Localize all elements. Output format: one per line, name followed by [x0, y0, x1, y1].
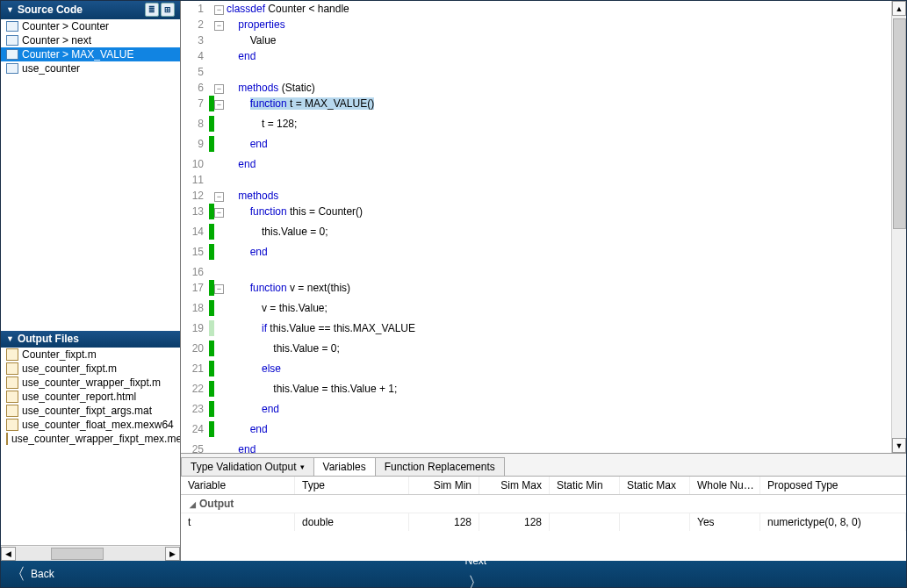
- fold-gutter[interactable]: [214, 300, 227, 320]
- output-item-label: use_counter_wrapper_fixpt.m: [22, 376, 161, 389]
- col-proposed-type[interactable]: Proposed Type: [760, 477, 906, 494]
- code-line[interactable]: 5: [181, 64, 891, 80]
- scroll-track[interactable]: [16, 547, 165, 561]
- output-item[interactable]: use_counter_wrapper_fixpt_mex.mexw64: [1, 432, 180, 446]
- code-line[interactable]: 19 if this.Value == this.MAX_VALUE: [181, 320, 891, 341]
- output-item[interactable]: use_counter_report.html: [1, 390, 180, 404]
- output-files-header[interactable]: ▼ Output Files: [1, 331, 180, 348]
- col-static-min[interactable]: Static Min: [550, 477, 620, 494]
- code-line[interactable]: 20 this.Value = 0;: [181, 341, 891, 361]
- view-tree-icon[interactable]: ⊞: [161, 3, 175, 17]
- col-static-max[interactable]: Static Max: [620, 477, 690, 494]
- tab-variables[interactable]: Variables: [313, 457, 376, 476]
- fold-minus-icon[interactable]: −: [214, 192, 224, 202]
- fold-minus-icon[interactable]: −: [214, 5, 224, 15]
- code-line[interactable]: 12− methods: [181, 188, 891, 204]
- view-list-icon[interactable]: ≣: [145, 3, 159, 17]
- code-editor[interactable]: 1−classdef Counter < handle2− properties…: [181, 1, 906, 453]
- fold-gutter[interactable]: [214, 172, 227, 188]
- col-sim-max[interactable]: Sim Max: [479, 477, 550, 494]
- fold-gutter[interactable]: [214, 381, 227, 401]
- fold-gutter[interactable]: [214, 32, 227, 48]
- fold-gutter[interactable]: −: [214, 204, 227, 224]
- source-item[interactable]: Counter > Counter: [1, 19, 180, 33]
- fold-gutter[interactable]: [214, 116, 227, 136]
- col-type[interactable]: Type: [295, 477, 409, 494]
- fold-gutter[interactable]: [214, 401, 227, 421]
- code-line[interactable]: 17− function v = next(this): [181, 280, 891, 300]
- code-line[interactable]: 4 end: [181, 48, 891, 64]
- code-line[interactable]: 6− methods (Static): [181, 80, 891, 96]
- dropdown-icon[interactable]: ▾: [300, 463, 305, 471]
- scroll-up-icon[interactable]: ▲: [892, 1, 906, 16]
- fold-gutter[interactable]: [214, 136, 227, 156]
- code-line[interactable]: 7− function t = MAX_VALUE(): [181, 96, 891, 116]
- col-variable[interactable]: Variable: [181, 477, 295, 494]
- source-item[interactable]: use_counter: [1, 61, 180, 75]
- editor-vscrollbar[interactable]: ▲ ▼: [891, 1, 906, 453]
- output-item[interactable]: use_counter_fixpt.m: [1, 362, 180, 376]
- output-item[interactable]: Counter_fixpt.m: [1, 348, 180, 362]
- fold-gutter[interactable]: −: [214, 280, 227, 300]
- code-line[interactable]: 25 end: [181, 441, 891, 453]
- back-button[interactable]: 〈 Back: [10, 563, 54, 584]
- code-line[interactable]: 3 Value: [181, 32, 891, 48]
- tab-type-validation[interactable]: Type Validation Output ▾: [181, 457, 314, 476]
- line-number: 16: [181, 264, 209, 280]
- source-item[interactable]: Counter > next: [1, 33, 180, 47]
- group-output[interactable]: ◢Output: [181, 495, 906, 513]
- next-button[interactable]: Next 〉: [54, 555, 897, 588]
- code-line[interactable]: 8 t = 128;: [181, 116, 891, 136]
- tab-function-replacements[interactable]: Function Replacements: [375, 457, 505, 476]
- table-row[interactable]: tdouble128128Yesnumerictype(0, 8, 0): [181, 513, 906, 531]
- fold-gutter[interactable]: −: [214, 96, 227, 116]
- fold-gutter[interactable]: [214, 320, 227, 341]
- code-line[interactable]: 9 end: [181, 136, 891, 156]
- fold-minus-icon[interactable]: −: [214, 208, 224, 218]
- fold-minus-icon[interactable]: −: [214, 100, 224, 110]
- code-line[interactable]: 22 this.Value = this.Value + 1;: [181, 381, 891, 401]
- fold-gutter[interactable]: [214, 421, 227, 441]
- fold-gutter[interactable]: −: [214, 1, 227, 17]
- fold-minus-icon[interactable]: −: [214, 21, 224, 31]
- fold-minus-icon[interactable]: −: [214, 84, 224, 94]
- code-line[interactable]: 16: [181, 264, 891, 280]
- right-pane: 1−classdef Counter < handle2− properties…: [181, 1, 906, 561]
- fold-gutter[interactable]: [214, 244, 227, 264]
- fold-gutter[interactable]: [214, 48, 227, 64]
- scroll-left-icon[interactable]: ◀: [1, 547, 16, 561]
- code-line[interactable]: 23 end: [181, 401, 891, 421]
- code-line[interactable]: 14 this.Value = 0;: [181, 224, 891, 244]
- fold-gutter[interactable]: [214, 156, 227, 172]
- output-item[interactable]: use_counter_wrapper_fixpt.m: [1, 376, 180, 390]
- scroll-thumb[interactable]: [893, 18, 906, 229]
- fold-gutter[interactable]: [214, 64, 227, 80]
- scroll-down-icon[interactable]: ▼: [892, 438, 906, 453]
- col-sim-min[interactable]: Sim Min: [409, 477, 479, 494]
- code-line[interactable]: 24 end: [181, 421, 891, 441]
- scroll-thumb[interactable]: [51, 548, 104, 560]
- code-line[interactable]: 11: [181, 172, 891, 188]
- code-line[interactable]: 13− function this = Counter(): [181, 204, 891, 224]
- code-line[interactable]: 15 end: [181, 244, 891, 264]
- code-line[interactable]: 18 v = this.Value;: [181, 300, 891, 320]
- code-line[interactable]: 21 else: [181, 361, 891, 381]
- col-whole-number[interactable]: Whole Nu…: [690, 477, 760, 494]
- code-line[interactable]: 2− properties: [181, 17, 891, 32]
- fold-gutter[interactable]: [214, 441, 227, 453]
- fold-gutter[interactable]: −: [214, 80, 227, 96]
- fold-gutter[interactable]: −: [214, 17, 227, 32]
- fold-gutter[interactable]: −: [214, 188, 227, 204]
- fold-gutter[interactable]: [214, 361, 227, 381]
- fold-gutter[interactable]: [214, 264, 227, 280]
- output-item[interactable]: use_counter_float_mex.mexw64: [1, 418, 180, 432]
- source-item[interactable]: Counter > MAX_VALUE: [1, 47, 180, 61]
- fold-gutter[interactable]: [214, 224, 227, 244]
- source-code-header[interactable]: ▼ Source Code ≣ ⊞: [1, 1, 180, 19]
- sidebar-hscrollbar[interactable]: ◀ ▶: [1, 545, 180, 561]
- fold-minus-icon[interactable]: −: [214, 284, 224, 294]
- output-item[interactable]: use_counter_fixpt_args.mat: [1, 404, 180, 418]
- code-line[interactable]: 10 end: [181, 156, 891, 172]
- code-line[interactable]: 1−classdef Counter < handle: [181, 1, 891, 17]
- fold-gutter[interactable]: [214, 341, 227, 361]
